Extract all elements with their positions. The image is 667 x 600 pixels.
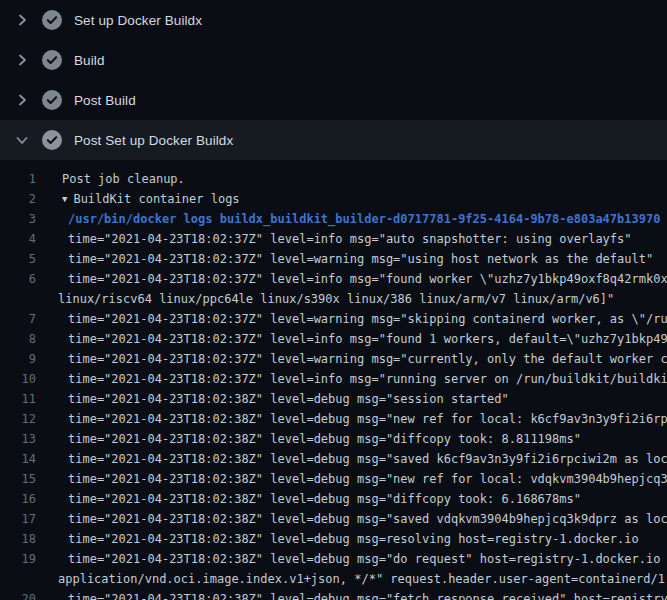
- log-line-content: time="2021-04-23T18:02:38Z" level=debug …: [44, 509, 667, 529]
- line-number[interactable]: 9: [0, 349, 44, 369]
- line-number[interactable]: 4: [0, 229, 44, 249]
- check-circle-icon: [42, 10, 62, 30]
- line-number[interactable]: 12: [0, 409, 44, 429]
- log-text: time="2021-04-23T18:02:38Z" level=debug …: [68, 549, 667, 569]
- log-text: time="2021-04-23T18:02:38Z" level=debug …: [68, 589, 667, 600]
- log-line: 13time="2021-04-23T18:02:38Z" level=debu…: [0, 429, 667, 449]
- log-line: 8time="2021-04-23T18:02:37Z" level=info …: [0, 329, 667, 349]
- log-line-content: time="2021-04-23T18:02:38Z" level=debug …: [44, 589, 667, 600]
- line-number[interactable]: 2: [0, 189, 44, 209]
- log-line: 19time="2021-04-23T18:02:38Z" level=debu…: [0, 549, 667, 569]
- log-text: time="2021-04-23T18:02:37Z" level=info m…: [68, 369, 667, 389]
- line-number[interactable]: 11: [0, 389, 44, 409]
- log-text: linux/riscv64 linux/ppc64le linux/s390x …: [58, 289, 614, 309]
- line-number[interactable]: 20: [0, 589, 44, 600]
- log-text: time="2021-04-23T18:02:37Z" level=warnin…: [68, 349, 667, 369]
- log-line: 7time="2021-04-23T18:02:37Z" level=warni…: [0, 309, 667, 329]
- log-line-content: time="2021-04-23T18:02:38Z" level=debug …: [44, 489, 581, 509]
- log-line-content: time="2021-04-23T18:02:38Z" level=debug …: [44, 389, 509, 409]
- log-line: 18time="2021-04-23T18:02:38Z" level=debu…: [0, 529, 667, 549]
- log-text: Post job cleanup.: [62, 169, 185, 189]
- log-text: time="2021-04-23T18:02:38Z" level=debug …: [68, 409, 667, 429]
- line-number[interactable]: 10: [0, 369, 44, 389]
- step-log: 1Post job cleanup.2▼BuildKit container l…: [0, 160, 667, 600]
- line-number[interactable]: 8: [0, 329, 44, 349]
- log-line: 10time="2021-04-23T18:02:37Z" level=info…: [0, 369, 667, 389]
- chevron-down-icon: [14, 132, 30, 148]
- log-line-content: ▼BuildKit container logs: [44, 189, 240, 209]
- line-number[interactable]: 17: [0, 509, 44, 529]
- check-circle-icon: [42, 90, 62, 110]
- log-text: time="2021-04-23T18:02:38Z" level=debug …: [68, 509, 667, 529]
- log-line: linux/riscv64 linux/ppc64le linux/s390x …: [0, 289, 667, 309]
- log-line-content: time="2021-04-23T18:02:37Z" level=info m…: [44, 229, 632, 249]
- step-title: Post Set up Docker Buildx: [74, 133, 233, 148]
- log-text: time="2021-04-23T18:02:37Z" level=info m…: [68, 269, 667, 289]
- line-number[interactable]: 14: [0, 449, 44, 469]
- chevron-right-icon: [14, 52, 30, 68]
- line-number: [0, 569, 44, 589]
- line-number[interactable]: 15: [0, 469, 44, 489]
- log-line: 20time="2021-04-23T18:02:38Z" level=debu…: [0, 589, 667, 600]
- log-line-content: time="2021-04-23T18:02:37Z" level=warnin…: [44, 349, 667, 369]
- log-line: 1Post job cleanup.: [0, 169, 667, 189]
- step-header-build[interactable]: Build: [0, 40, 667, 80]
- log-text: time="2021-04-23T18:02:37Z" level=info m…: [68, 229, 632, 249]
- log-text: application/vnd.oci.image.index.v1+json,…: [58, 569, 667, 589]
- log-line: 17time="2021-04-23T18:02:38Z" level=debu…: [0, 509, 667, 529]
- steps-list: Set up Docker Buildx Build Post Build Po…: [0, 0, 667, 600]
- log-line: application/vnd.oci.image.index.v1+json,…: [0, 569, 667, 589]
- log-text: time="2021-04-23T18:02:37Z" level=warnin…: [68, 249, 653, 269]
- check-circle-icon: [42, 130, 62, 150]
- log-command-text: /usr/bin/docker logs buildx_buildkit_bui…: [68, 209, 660, 229]
- line-number[interactable]: 7: [0, 309, 44, 329]
- step-title: Set up Docker Buildx: [74, 13, 202, 28]
- log-line: 11time="2021-04-23T18:02:38Z" level=debu…: [0, 389, 667, 409]
- line-number[interactable]: 13: [0, 429, 44, 449]
- chevron-right-icon: [14, 12, 30, 28]
- step-title: Post Build: [74, 93, 136, 108]
- log-line-content: time="2021-04-23T18:02:38Z" level=debug …: [44, 449, 667, 469]
- line-number[interactable]: 16: [0, 489, 44, 509]
- line-number[interactable]: 19: [0, 549, 44, 569]
- log-text: time="2021-04-23T18:02:38Z" level=debug …: [68, 529, 639, 549]
- line-number[interactable]: 18: [0, 529, 44, 549]
- log-line: 2▼BuildKit container logs: [0, 189, 667, 209]
- log-line-content: time="2021-04-23T18:02:37Z" level=info m…: [44, 329, 667, 349]
- log-line-content: time="2021-04-23T18:02:38Z" level=debug …: [44, 469, 667, 489]
- log-line: 14time="2021-04-23T18:02:38Z" level=debu…: [0, 449, 667, 469]
- log-line-content: time="2021-04-23T18:02:38Z" level=debug …: [44, 529, 639, 549]
- log-line: 12time="2021-04-23T18:02:38Z" level=debu…: [0, 409, 667, 429]
- check-circle-icon: [42, 50, 62, 70]
- line-number[interactable]: 1: [0, 169, 44, 189]
- log-line-content: time="2021-04-23T18:02:37Z" level=info m…: [44, 369, 667, 389]
- log-text: time="2021-04-23T18:02:38Z" level=debug …: [68, 429, 581, 449]
- log-line-content: application/vnd.oci.image.index.v1+json,…: [44, 569, 667, 589]
- log-line-content: linux/riscv64 linux/ppc64le linux/s390x …: [44, 289, 614, 309]
- log-line-content: time="2021-04-23T18:02:37Z" level=warnin…: [44, 309, 667, 329]
- chevron-right-icon: [14, 92, 30, 108]
- log-text: BuildKit container logs: [73, 189, 239, 209]
- log-text: time="2021-04-23T18:02:37Z" level=warnin…: [68, 309, 667, 329]
- line-number[interactable]: 6: [0, 269, 44, 289]
- group-disclosure-icon[interactable]: ▼: [62, 189, 67, 209]
- step-header-set-up-docker-buildx[interactable]: Set up Docker Buildx: [0, 0, 667, 40]
- log-line-content: time="2021-04-23T18:02:38Z" level=debug …: [44, 409, 667, 429]
- log-line-content: time="2021-04-23T18:02:37Z" level=info m…: [44, 269, 667, 289]
- step-header-post-build[interactable]: Post Build: [0, 80, 667, 120]
- step-header-post-set-up-docker-buildx[interactable]: Post Set up Docker Buildx: [0, 120, 667, 160]
- log-line: 16time="2021-04-23T18:02:38Z" level=debu…: [0, 489, 667, 509]
- line-number[interactable]: 3: [0, 209, 44, 229]
- log-line-content: Post job cleanup.: [44, 169, 185, 189]
- log-line: 6time="2021-04-23T18:02:37Z" level=info …: [0, 269, 667, 289]
- line-number[interactable]: 5: [0, 249, 44, 269]
- log-line-content: time="2021-04-23T18:02:38Z" level=debug …: [44, 549, 667, 569]
- step-title: Build: [74, 53, 105, 68]
- log-line-content: time="2021-04-23T18:02:37Z" level=warnin…: [44, 249, 653, 269]
- log-line: 5time="2021-04-23T18:02:37Z" level=warni…: [0, 249, 667, 269]
- log-line-content: /usr/bin/docker logs buildx_buildkit_bui…: [44, 209, 660, 229]
- log-line-content: time="2021-04-23T18:02:38Z" level=debug …: [44, 429, 581, 449]
- log-text: time="2021-04-23T18:02:38Z" level=debug …: [68, 389, 509, 409]
- log-text: time="2021-04-23T18:02:38Z" level=debug …: [68, 489, 581, 509]
- log-text: time="2021-04-23T18:02:38Z" level=debug …: [68, 449, 667, 469]
